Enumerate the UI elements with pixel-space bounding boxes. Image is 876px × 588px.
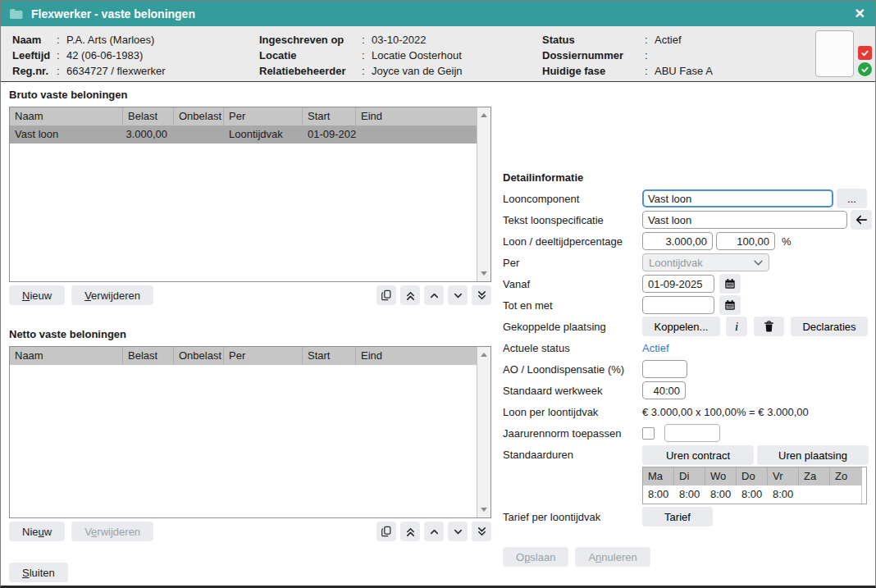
looncomponent-more-button[interactable]: ...	[837, 189, 867, 208]
column-header-per[interactable]: Per	[224, 107, 303, 125]
bruto-move-top-button[interactable]	[400, 285, 420, 305]
flexwerker-window: Flexwerker - vaste beloningen ✕ Naam : P…	[0, 0, 876, 588]
bruto-verwijderen-button[interactable]: Verwijderen	[71, 285, 153, 305]
tarief-row: Tarief per loontijdvak Tarief	[503, 508, 875, 526]
ingeschreven-value: 03-10-2022	[372, 32, 427, 48]
day-hours-ma[interactable]: 8:00	[643, 485, 674, 504]
vanaf-calendar-button[interactable]	[719, 274, 741, 294]
table-row[interactable]: Vast loon 3.000,00 Loontijdvak 01-09-202…	[10, 125, 477, 144]
day-hours-wo[interactable]: 8:00	[705, 485, 737, 504]
tarief-per-loontijdvak-label: Tarief per loontijdvak	[503, 511, 642, 523]
standaard-werkweek-input[interactable]	[642, 381, 686, 399]
loon-deeltijdpercentage-row: Loon / deeltijdpercentage %	[503, 232, 875, 250]
actuele-status-label: Actuele status	[503, 342, 642, 354]
scroll-down-icon[interactable]	[481, 271, 487, 276]
cell-per: Loontijdvak	[224, 125, 303, 144]
naam-value: P.A. Arts (Marloes)	[66, 32, 154, 48]
jaarurennorm-input[interactable]	[664, 424, 720, 442]
standaard-werkweek-row: Standaard werkweek	[503, 381, 875, 399]
netto-move-down-button[interactable]	[448, 522, 468, 541]
uren-plaatsing-button[interactable]: Uren plaatsing	[757, 445, 869, 465]
sluiten-button[interactable]: Sluiten	[9, 563, 68, 582]
vanaf-date-input[interactable]	[642, 275, 714, 293]
calendar-icon	[724, 299, 736, 311]
gekoppelde-plaatsing-row: Gekoppelde plaatsing Koppelen... i Decla…	[503, 317, 875, 335]
netto-nieuw-button[interactable]: Nieuw	[9, 522, 65, 541]
revert-text-button[interactable]	[851, 210, 872, 230]
column-header-naam[interactable]: Naam	[10, 347, 123, 365]
annuleren-button[interactable]: Annuleren	[575, 547, 650, 567]
jaarurennorm-checkbox[interactable]	[642, 427, 655, 440]
day-hours-za[interactable]	[799, 485, 830, 504]
column-header-onbelast[interactable]: Onbelast	[174, 347, 224, 365]
day-hours-zo[interactable]	[830, 485, 861, 504]
netto-table-scrollbar[interactable]	[477, 347, 490, 517]
scroll-up-icon[interactable]	[481, 353, 487, 357]
double-chevron-down-icon	[477, 526, 487, 537]
ao-loondispensatie-row: AO / Loondispensatie (%)	[503, 360, 875, 378]
bruto-move-up-button[interactable]	[424, 285, 444, 305]
netto-verwijderen-button[interactable]: Verwijderen	[71, 522, 153, 541]
column-header-belast[interactable]: Belast	[123, 107, 174, 125]
netto-move-top-button[interactable]	[400, 522, 420, 541]
plaatsing-info-button[interactable]: i	[726, 317, 747, 336]
regnr-value: 6634727 / flexwerker	[66, 63, 166, 79]
close-icon[interactable]: ✕	[855, 7, 865, 21]
red-check-icon[interactable]	[858, 46, 872, 60]
tot-en-met-label: Tot en met	[503, 299, 642, 312]
actuele-status-link[interactable]: Actief	[642, 342, 669, 354]
actuele-status-row: Actuele status Actief	[503, 339, 875, 357]
column-header-start[interactable]: Start	[303, 107, 356, 125]
column-header-start[interactable]: Start	[303, 347, 356, 365]
column-header-per[interactable]: Per	[224, 347, 303, 365]
info-row-ingeschreven: Ingeschreven op : 03-10-2022	[259, 32, 463, 48]
opslaan-button[interactable]: Opslaan	[503, 547, 568, 567]
per-select[interactable]: Loontijdvak	[642, 253, 769, 271]
standaarduren-table-header: Ma Di Wo Do Vr Za Zo	[643, 467, 861, 485]
tot-en-met-date-input[interactable]	[642, 296, 714, 314]
green-check-icon[interactable]	[858, 62, 872, 76]
info-group-1: Naam : P.A. Arts (Marloes) Leeftijd : 42…	[12, 32, 166, 79]
status-label: Status	[542, 32, 645, 48]
tekst-loonspecificatie-input[interactable]	[642, 211, 847, 229]
column-header-naam[interactable]: Naam	[10, 107, 123, 125]
netto-move-bottom-button[interactable]	[472, 522, 491, 541]
bruto-move-bottom-button[interactable]	[472, 285, 491, 305]
bruto-copy-button[interactable]	[376, 285, 396, 305]
deeltijdpercentage-input[interactable]	[716, 232, 775, 250]
ontkoppelen-button[interactable]	[754, 317, 784, 336]
uren-contract-button[interactable]: Uren contract	[642, 445, 754, 465]
loon-per-loontijdvak-row: Loon per loontijdvak € 3.000,00 x 100,00…	[503, 403, 875, 421]
bruto-table-scrollbar[interactable]	[477, 107, 490, 281]
loon-bedrag-input[interactable]	[642, 232, 713, 250]
tot-en-met-calendar-button[interactable]	[719, 295, 741, 315]
tarief-button[interactable]: Tarief	[642, 507, 713, 526]
netto-copy-button[interactable]	[376, 522, 396, 541]
chevron-up-icon	[429, 290, 440, 301]
day-header-di: Di	[674, 467, 705, 485]
column-header-eind[interactable]: Eind	[356, 347, 477, 365]
day-hours-do[interactable]: 8:00	[737, 485, 768, 504]
jaarurennorm-label: Jaarurennorm toepassen	[503, 427, 642, 440]
column-header-belast[interactable]: Belast	[123, 347, 174, 365]
ao-loondispensatie-input[interactable]	[642, 360, 687, 378]
bruto-move-down-button[interactable]	[448, 285, 468, 305]
koppelen-button[interactable]: Koppelen...	[642, 317, 720, 336]
info-row-relatiebeheerder: Relatiebeheerder : Joyce van de Geijn	[259, 63, 463, 79]
per-label: Per	[503, 257, 642, 269]
column-header-onbelast[interactable]: Onbelast	[174, 107, 224, 125]
copy-icon	[381, 526, 392, 537]
day-hours-vr[interactable]: 8:00	[768, 485, 799, 504]
day-hours-di[interactable]: 8:00	[674, 485, 705, 504]
scroll-down-icon[interactable]	[481, 508, 487, 512]
huidige-fase-value: ABU Fase A	[655, 63, 713, 79]
column-header-eind[interactable]: Eind	[356, 107, 477, 125]
bruto-nieuw-button[interactable]: Nieuw	[9, 285, 65, 305]
scroll-up-icon[interactable]	[481, 113, 487, 117]
looncomponent-input[interactable]	[642, 189, 833, 207]
bruto-table-header: Naam Belast Onbelast Per Start Eind	[10, 107, 477, 125]
netto-move-up-button[interactable]	[424, 522, 444, 541]
info-row-leeftijd: Leeftijd : 42 (06-06-1983)	[12, 48, 166, 63]
declaraties-button[interactable]: Declaraties	[791, 317, 868, 336]
cell-eind	[356, 125, 477, 144]
